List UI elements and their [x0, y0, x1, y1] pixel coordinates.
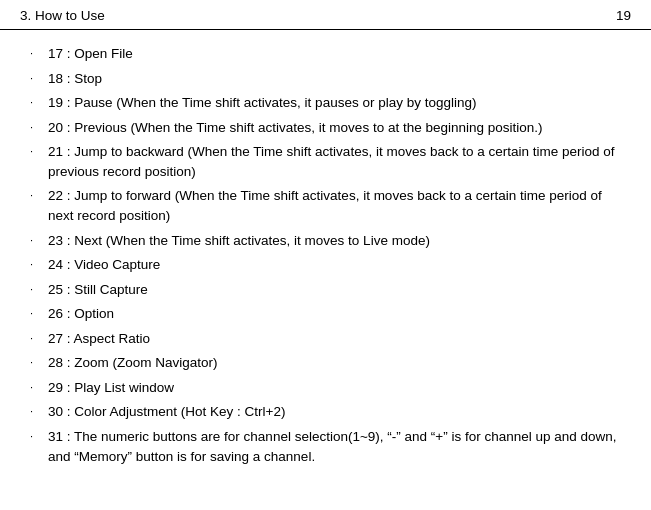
bullet-icon: ·: [30, 306, 44, 322]
bullet-icon: ·: [30, 46, 44, 62]
item-text: 18 : Stop: [48, 69, 621, 89]
item-text: 23 : Next (When the Time shift activates…: [48, 231, 621, 251]
bullet-icon: ·: [30, 282, 44, 298]
bullet-icon: ·: [30, 429, 44, 445]
list-item: ·27 : Aspect Ratio: [30, 329, 621, 349]
list-item: ·26 : Option: [30, 304, 621, 324]
item-text: 26 : Option: [48, 304, 621, 324]
item-text: 17 : Open File: [48, 44, 621, 64]
item-text: 19 : Pause (When the Time shift activate…: [48, 93, 621, 113]
bullet-icon: ·: [30, 233, 44, 249]
main-content: ·17 : Open File·18 : Stop·19 : Pause (Wh…: [0, 44, 651, 466]
page-number: 19: [616, 8, 631, 23]
bullet-icon: ·: [30, 380, 44, 396]
item-text: 20 : Previous (When the Time shift activ…: [48, 118, 621, 138]
bullet-icon: ·: [30, 257, 44, 273]
list-item: ·31 : The numeric buttons are for channe…: [30, 427, 621, 466]
list-item: ·18 : Stop: [30, 69, 621, 89]
chapter-title: 3. How to Use: [20, 8, 105, 23]
item-text: 24 : Video Capture: [48, 255, 621, 275]
list-item: ·23 : Next (When the Time shift activate…: [30, 231, 621, 251]
list-item: ·21 : Jump to backward (When the Time sh…: [30, 142, 621, 181]
item-text: 30 : Color Adjustment (Hot Key : Ctrl+2): [48, 402, 621, 422]
list-item: ·22 : Jump to forward (When the Time shi…: [30, 186, 621, 225]
list-item: ·30 : Color Adjustment (Hot Key : Ctrl+2…: [30, 402, 621, 422]
bullet-icon: ·: [30, 120, 44, 136]
item-text: 28 : Zoom (Zoom Navigator): [48, 353, 621, 373]
bullet-icon: ·: [30, 331, 44, 347]
page-header: 3. How to Use 19: [0, 0, 651, 30]
item-text: 31 : The numeric buttons are for channel…: [48, 427, 621, 466]
item-text: 22 : Jump to forward (When the Time shif…: [48, 186, 621, 225]
feature-list: ·17 : Open File·18 : Stop·19 : Pause (Wh…: [30, 44, 621, 466]
item-text: 27 : Aspect Ratio: [48, 329, 621, 349]
item-text: 29 : Play List window: [48, 378, 621, 398]
list-item: ·29 : Play List window: [30, 378, 621, 398]
bullet-icon: ·: [30, 355, 44, 371]
list-item: ·28 : Zoom (Zoom Navigator): [30, 353, 621, 373]
bullet-icon: ·: [30, 404, 44, 420]
list-item: ·20 : Previous (When the Time shift acti…: [30, 118, 621, 138]
list-item: ·17 : Open File: [30, 44, 621, 64]
bullet-icon: ·: [30, 95, 44, 111]
bullet-icon: ·: [30, 144, 44, 160]
list-item: ·24 : Video Capture: [30, 255, 621, 275]
list-item: ·25 : Still Capture: [30, 280, 621, 300]
item-text: 25 : Still Capture: [48, 280, 621, 300]
bullet-icon: ·: [30, 71, 44, 87]
list-item: ·19 : Pause (When the Time shift activat…: [30, 93, 621, 113]
item-text: 21 : Jump to backward (When the Time shi…: [48, 142, 621, 181]
bullet-icon: ·: [30, 188, 44, 204]
